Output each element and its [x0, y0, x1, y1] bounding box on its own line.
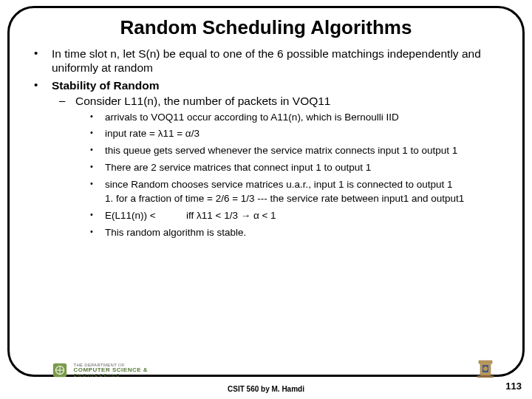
- slide-content: In time slot n, let S(n) be equal to one…: [30, 47, 502, 239]
- inner-5: since Random chooses service matrices u.…: [75, 179, 502, 205]
- bullet-1: In time slot n, let S(n) be equal to one…: [30, 47, 502, 75]
- footer: CSIT 560 by M. Hamdi 113: [0, 377, 532, 395]
- inner-4: There are 2 service matrices that connec…: [75, 162, 502, 174]
- inner-1: arrivals to VOQ11 occur according to A11…: [75, 112, 502, 124]
- page-number: 113: [505, 381, 522, 392]
- bullet-2: Stability of Random Consider L11(n), the…: [30, 78, 502, 239]
- inner-2: input rate = λ11 = α/3: [75, 128, 502, 140]
- cse-mark-icon: [52, 362, 68, 378]
- footer-center: CSIT 560 by M. Hamdi: [228, 385, 304, 393]
- bullet-2-sub: Consider L11(n), the number of packets i…: [52, 94, 502, 239]
- inner-7: This random algorithm is stable.: [75, 227, 502, 239]
- dept-line2: COMPUTER SCIENCE &: [73, 367, 148, 373]
- inner-6: E(L11(n)) < iff λ11 < 1/3 → α < 1: [75, 210, 502, 222]
- svg-point-3: [483, 366, 488, 371]
- slide-title: Random Scheduling Algorithms: [30, 16, 502, 39]
- inner-3: this queue gets served whenever the serv…: [75, 145, 502, 157]
- bullet-2-text: Stability of Random: [52, 79, 160, 92]
